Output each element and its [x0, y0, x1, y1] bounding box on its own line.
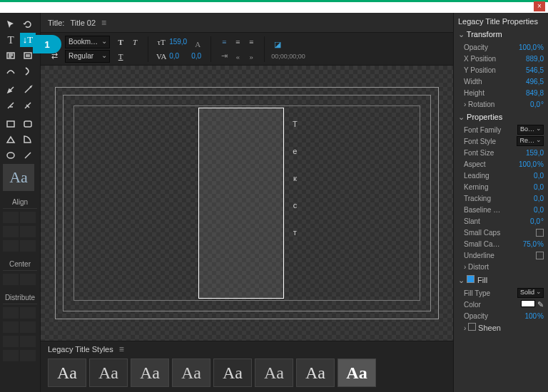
val-baseline[interactable]: 0,0: [534, 206, 544, 214]
align-btn[interactable]: [20, 240, 36, 252]
eyedropper-icon[interactable]: ✎: [537, 300, 544, 309]
align-btn[interactable]: [3, 212, 19, 223]
ck-smallcaps[interactable]: [536, 229, 544, 237]
properties-panel: Legacy Title Properties Transform Opacit…: [454, 13, 548, 392]
ellipse-tool[interactable]: [3, 148, 19, 163]
dist-btn[interactable]: [20, 336, 36, 347]
val-aspect[interactable]: 100,0: [519, 160, 537, 168]
lbl-width: Width: [464, 78, 482, 86]
val-fopacity[interactable]: 100: [524, 312, 537, 320]
style-swatch[interactable]: Aa: [296, 359, 335, 387]
size-value[interactable]: 159,0: [169, 38, 187, 46]
lbl-kerning: Kerning: [464, 183, 488, 191]
style-swatch[interactable]: Aa: [172, 359, 210, 387]
rotate-tool[interactable]: [20, 17, 36, 31]
ck-fill[interactable]: [467, 275, 475, 283]
center-btn[interactable]: [20, 274, 36, 285]
path-type-tool[interactable]: [3, 64, 19, 78]
val-rotation[interactable]: 0,0: [530, 100, 540, 108]
title-canvas[interactable]: Текст: [41, 66, 453, 341]
panel-menu-icon[interactable]: ≡: [119, 344, 124, 354]
val-tracking[interactable]: 0,0: [534, 195, 544, 202]
rectangle-tool[interactable]: [3, 117, 19, 131]
dist-btn[interactable]: [3, 336, 19, 347]
lbl-distort[interactable]: Distort: [464, 263, 489, 271]
italic-icon[interactable]: T: [128, 36, 141, 48]
align-center-icon[interactable]: ≡: [231, 36, 244, 48]
lbl-sheen[interactable]: Sheen: [464, 323, 501, 332]
val-smallcapsz[interactable]: 75,0: [523, 240, 537, 248]
show-video-icon[interactable]: ◪: [271, 38, 284, 51]
styles-header: Legacy Title Styles: [48, 345, 113, 354]
ck-sheen[interactable]: [468, 323, 476, 331]
style-swatch[interactable]: Aa: [338, 359, 376, 387]
align-right-icon[interactable]: ≡: [245, 36, 258, 48]
pen-tool[interactable]: [3, 83, 19, 97]
group-properties[interactable]: Properties: [458, 113, 544, 122]
val-opacity[interactable]: 100,0: [519, 43, 537, 51]
tab-icon[interactable]: »: [245, 50, 258, 63]
bold-icon[interactable]: T: [114, 36, 127, 48]
tab-icon[interactable]: «: [231, 50, 244, 63]
arc-tool[interactable]: [20, 133, 36, 147]
center-section: Center: [3, 260, 37, 271]
underline-icon[interactable]: T: [114, 50, 127, 63]
lbl-opacity: Opacity: [464, 43, 488, 51]
center-btn[interactable]: [3, 274, 19, 285]
area-type-tool[interactable]: [3, 48, 19, 63]
align-btn[interactable]: [20, 212, 36, 223]
type-tool[interactable]: T: [3, 33, 19, 47]
dd-fontfam[interactable]: Bo…: [517, 125, 544, 135]
panel-menu-icon[interactable]: ≡: [101, 18, 106, 28]
ck-underline[interactable]: [536, 252, 544, 259]
group-transform[interactable]: Transform: [458, 30, 544, 39]
val-kerning[interactable]: 0,0: [534, 183, 544, 191]
val-width[interactable]: 496,5: [526, 78, 544, 86]
style-swatch[interactable]: Aa: [3, 164, 34, 191]
align-btn[interactable]: [3, 240, 19, 252]
val-ypos[interactable]: 546,5: [526, 66, 544, 74]
align-left-icon[interactable]: ≡: [218, 36, 230, 48]
style-swatch[interactable]: Aa: [213, 359, 252, 387]
dist-btn[interactable]: [3, 321, 19, 333]
convert-anchor-tool[interactable]: [20, 98, 36, 113]
tab-icon[interactable]: ⇥: [218, 50, 230, 63]
leading-value[interactable]: 0,0: [191, 52, 201, 60]
wedge-tool[interactable]: [3, 133, 19, 147]
lbl-rotation[interactable]: Rotation: [464, 100, 494, 108]
line-tool[interactable]: [20, 148, 36, 163]
dist-btn[interactable]: [3, 307, 19, 319]
dist-btn[interactable]: [20, 350, 36, 361]
vertical-path-type-tool[interactable]: [20, 64, 36, 78]
align-btn[interactable]: [20, 226, 36, 237]
timecode: 00;00;00;00: [271, 53, 305, 60]
dd-fontsty[interactable]: Re…: [517, 136, 544, 146]
val-xpos[interactable]: 889,0: [526, 55, 544, 63]
val-slant[interactable]: 0,0: [530, 217, 540, 225]
add-anchor-tool[interactable]: [20, 83, 36, 97]
dist-btn[interactable]: [3, 350, 19, 361]
align-btn[interactable]: [3, 226, 19, 237]
style-swatch[interactable]: Aa: [131, 359, 169, 387]
val-height[interactable]: 849,8: [526, 89, 544, 97]
val-leading[interactable]: 0,0: [534, 172, 544, 180]
selection-tool[interactable]: [3, 17, 19, 31]
group-fill[interactable]: Fill: [458, 275, 544, 285]
rounded-rect-tool[interactable]: [20, 117, 36, 131]
color-swatch[interactable]: [521, 300, 535, 307]
dist-btn[interactable]: [20, 321, 36, 333]
style-swatch[interactable]: Aa: [255, 359, 293, 387]
val-fontsize[interactable]: 159,0: [526, 149, 544, 157]
kern-value[interactable]: 0,0: [169, 52, 179, 60]
font-family-dropdown[interactable]: Bookm…: [65, 36, 110, 48]
style-swatch[interactable]: Aa: [89, 359, 128, 387]
dd-filltype[interactable]: Solid: [517, 288, 544, 298]
style-swatch[interactable]: Aa: [48, 359, 86, 387]
svg-rect-3: [24, 121, 31, 127]
close-button[interactable]: ×: [534, 1, 545, 11]
dist-btn[interactable]: [20, 307, 36, 319]
font-style-dropdown[interactable]: Regular: [65, 50, 110, 63]
delete-anchor-tool[interactable]: [3, 98, 19, 113]
text-bounding-box[interactable]: [198, 108, 284, 299]
title-text[interactable]: Текст: [281, 110, 308, 246]
